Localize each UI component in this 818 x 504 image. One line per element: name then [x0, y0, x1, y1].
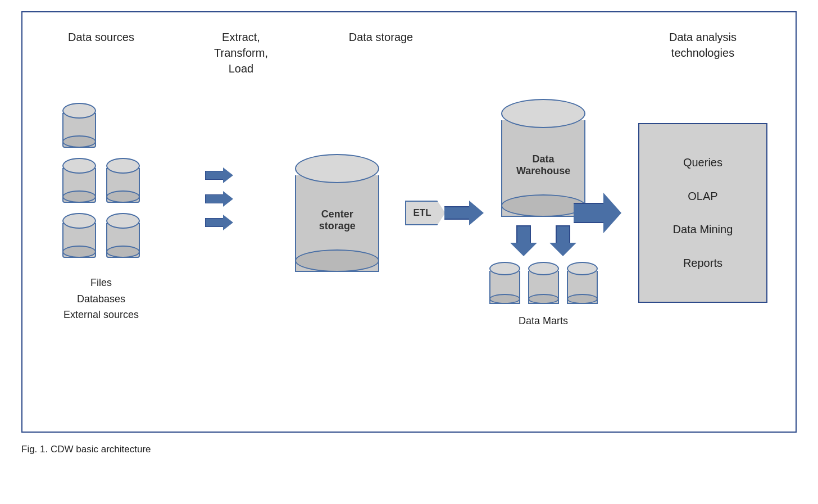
- fig-caption: Fig. 1. CDW basic architecture: [21, 444, 797, 455]
- storage-section: Center storage: [281, 154, 393, 272]
- analysis-item-olap: OLAP: [688, 190, 717, 203]
- data-storage-header: Data storage: [349, 29, 413, 63]
- main-content-row: Files Databases External sources: [45, 99, 773, 327]
- etl-header: Extract, Transform, Load: [214, 29, 268, 76]
- source-cylinders-left: [62, 103, 96, 258]
- down-arrow-2: [552, 225, 574, 256]
- cylinder-source-3: [62, 213, 96, 258]
- data-analysis-header: Data analysis technologies: [669, 29, 737, 63]
- mart-cylinder-2: [528, 262, 559, 304]
- mart-cylinder-3: [567, 262, 598, 304]
- down-arrows-row: [512, 225, 574, 256]
- cylinder-source-2: [62, 158, 96, 203]
- cylinder-source-1: [62, 103, 96, 148]
- data-sources-col: Data sources: [45, 29, 157, 80]
- cylinder-source-4: [106, 158, 140, 203]
- diagram-box: Data sources Extract, Transform, Load Da…: [21, 11, 797, 433]
- data-warehouse-label: Data Warehouse: [516, 153, 570, 177]
- etl-to-warehouse-arrow: [444, 201, 484, 225]
- analysis-item-queries: Queries: [683, 156, 722, 169]
- center-storage-label: Center storage: [319, 208, 356, 232]
- etl-box: ETL: [405, 201, 446, 225]
- analysis-box: Queries OLAP Data Mining Reports: [638, 123, 767, 303]
- data-mart-cylinders-row: [489, 262, 598, 304]
- data-marts-label: Data Marts: [519, 315, 568, 327]
- data-warehouse-cylinder: Data Warehouse: [501, 99, 585, 217]
- etl-col: Extract, Transform, Load: [190, 29, 292, 93]
- big-arrow-section: [574, 193, 621, 233]
- down-arrow-1: [512, 225, 535, 256]
- arrow-1: [205, 168, 233, 183]
- etl-arrows-section: [169, 168, 270, 258]
- center-storage-cylinder: Center storage: [295, 154, 379, 272]
- warehouse-spacer: [470, 29, 599, 80]
- source-cylinders-right: [106, 158, 140, 258]
- etl-connector: ETL: [405, 201, 484, 225]
- big-right-arrow: [574, 193, 621, 233]
- arrows-stack: [205, 168, 233, 230]
- data-analysis-col: Data analysis technologies: [633, 29, 773, 80]
- data-sources-section: Files Databases External sources: [45, 103, 157, 323]
- analysis-section: Queries OLAP Data Mining Reports: [633, 123, 773, 303]
- cylinder-source-5: [106, 213, 140, 258]
- data-sources-header: Data sources: [68, 29, 134, 63]
- main-container: Data sources Extract, Transform, Load Da…: [21, 11, 797, 455]
- mart-cylinder-1: [489, 262, 520, 304]
- analysis-item-reports: Reports: [683, 257, 722, 270]
- analysis-item-datamining: Data Mining: [673, 223, 733, 236]
- data-storage-col: Data storage: [325, 29, 437, 80]
- headers-row: Data sources Extract, Transform, Load Da…: [45, 29, 773, 93]
- arrow-3: [205, 215, 233, 230]
- arrow-2: [205, 192, 233, 206]
- sources-label: Files Databases External sources: [63, 275, 139, 323]
- etl-warehouse-section: ETL: [405, 99, 562, 327]
- etl-arrow-group: ETL: [405, 201, 484, 225]
